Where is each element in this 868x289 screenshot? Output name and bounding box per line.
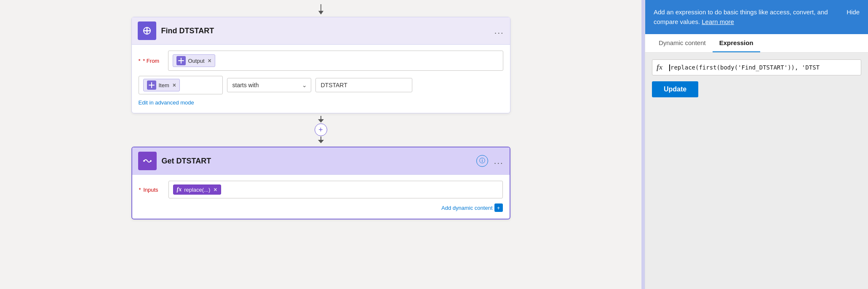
right-panel: Add an expression to do basic things lik… bbox=[645, 0, 868, 289]
top-arrow bbox=[316, 4, 326, 16]
get-dtstart-body: * Inputs fx replace(...) × Add dynamic c… bbox=[132, 175, 510, 219]
func-tag: fx replace(...) × bbox=[173, 185, 221, 195]
item-tag: Item × bbox=[143, 79, 180, 91]
panel-divider[interactable] bbox=[641, 0, 645, 289]
func-tag-close[interactable]: × bbox=[214, 186, 217, 193]
item-tag-label: Item bbox=[159, 82, 169, 88]
connector-section: + bbox=[315, 116, 327, 144]
operator-select[interactable]: starts with contains equals ends with bbox=[227, 78, 311, 92]
panel-tabs: Dynamic content Expression bbox=[645, 34, 868, 53]
add-step-button[interactable]: + bbox=[315, 123, 327, 136]
svg-point-7 bbox=[143, 160, 145, 162]
expression-value: replace(first(body('Find_DTSTART')), 'DT… bbox=[670, 64, 820, 71]
expression-cursor bbox=[669, 64, 670, 71]
inputs-tag-input[interactable]: fx replace(...) × bbox=[168, 181, 503, 198]
panel-info-banner: Add an expression to do basic things lik… bbox=[645, 0, 868, 34]
tab-expression[interactable]: Expression bbox=[713, 34, 760, 52]
get-dtstart-menu[interactable]: ... bbox=[494, 156, 504, 166]
get-dtstart-icon bbox=[138, 152, 157, 170]
svg-marker-4 bbox=[318, 119, 324, 123]
item-tag-icon bbox=[147, 80, 156, 90]
get-dtstart-card: Get DTSTART ⓘ ... * Inputs fx replace(..… bbox=[131, 147, 510, 219]
add-dynamic-label: Add dynamic content bbox=[441, 205, 492, 211]
expression-text-content: replace(first(body('Find_DTSTART')), 'DT… bbox=[669, 64, 857, 71]
get-dtstart-title: Get DTSTART bbox=[162, 157, 211, 166]
get-dtstart-header: Get DTSTART ⓘ ... bbox=[132, 147, 510, 175]
expression-fx-label: fx bbox=[657, 63, 666, 72]
connector-arrow-down bbox=[317, 116, 325, 123]
operator-select-wrapper[interactable]: starts with contains equals ends with ⌄ bbox=[227, 78, 311, 92]
connector-arrow-down2 bbox=[317, 136, 325, 144]
add-dynamic-icon: + bbox=[494, 203, 503, 212]
find-dtstart-icon bbox=[138, 21, 156, 40]
fx-icon: fx bbox=[177, 186, 182, 193]
update-button[interactable]: Update bbox=[652, 81, 698, 97]
learn-more-link[interactable]: Learn more bbox=[702, 18, 734, 25]
tab-dynamic-content[interactable]: Dynamic content bbox=[652, 34, 713, 52]
find-dtstart-title: Find DTSTART bbox=[161, 27, 214, 35]
svg-marker-6 bbox=[318, 140, 324, 143]
from-label: * * From bbox=[139, 58, 164, 64]
filter-value-input[interactable] bbox=[315, 78, 412, 92]
find-dtstart-card: Find DTSTART ... * * From bbox=[131, 17, 510, 113]
add-dynamic-button[interactable]: Add dynamic content + bbox=[441, 203, 502, 212]
output-tag-close[interactable]: × bbox=[208, 57, 211, 64]
inputs-label: * Inputs bbox=[139, 187, 164, 193]
expression-input-row[interactable]: fx replace(first(body('Find_DTSTART')), … bbox=[652, 59, 861, 75]
func-tag-label: replace(...) bbox=[184, 187, 210, 193]
panel-info-text: Add an expression to do basic things lik… bbox=[654, 8, 838, 27]
from-row: * * From Output × bbox=[139, 51, 503, 71]
panel-expression-area: fx replace(first(body('Find_DTSTART')), … bbox=[645, 53, 868, 289]
from-tag-input[interactable]: Output × bbox=[168, 51, 503, 71]
advanced-mode-link[interactable]: Edit in advanced mode bbox=[139, 99, 194, 106]
item-tag-close[interactable]: × bbox=[173, 82, 176, 88]
output-tag-label: Output bbox=[188, 58, 205, 64]
hide-button[interactable]: Hide bbox=[847, 8, 860, 17]
canvas-area: Find DTSTART ... * * From bbox=[0, 0, 641, 289]
item-tag-box[interactable]: Item × bbox=[139, 76, 223, 94]
find-dtstart-header: Find DTSTART ... bbox=[132, 17, 510, 45]
find-dtstart-header-left: Find DTSTART bbox=[138, 21, 214, 40]
add-dynamic-row: Add dynamic content + bbox=[139, 203, 503, 212]
get-dtstart-header-left: Get DTSTART bbox=[138, 152, 211, 170]
inputs-row: * Inputs fx replace(...) × bbox=[139, 181, 503, 198]
info-icon[interactable]: ⓘ bbox=[476, 155, 488, 167]
svg-marker-1 bbox=[318, 11, 323, 15]
find-dtstart-menu[interactable]: ... bbox=[494, 26, 504, 36]
panel-info-description: Add an expression to do basic things lik… bbox=[654, 8, 828, 25]
output-tag-icon bbox=[176, 56, 186, 65]
find-dtstart-body: * * From Output × bbox=[132, 45, 510, 113]
filter-row: Item × starts with contains equals ends … bbox=[139, 76, 503, 94]
svg-point-8 bbox=[150, 160, 152, 162]
output-tag: Output × bbox=[173, 54, 215, 67]
